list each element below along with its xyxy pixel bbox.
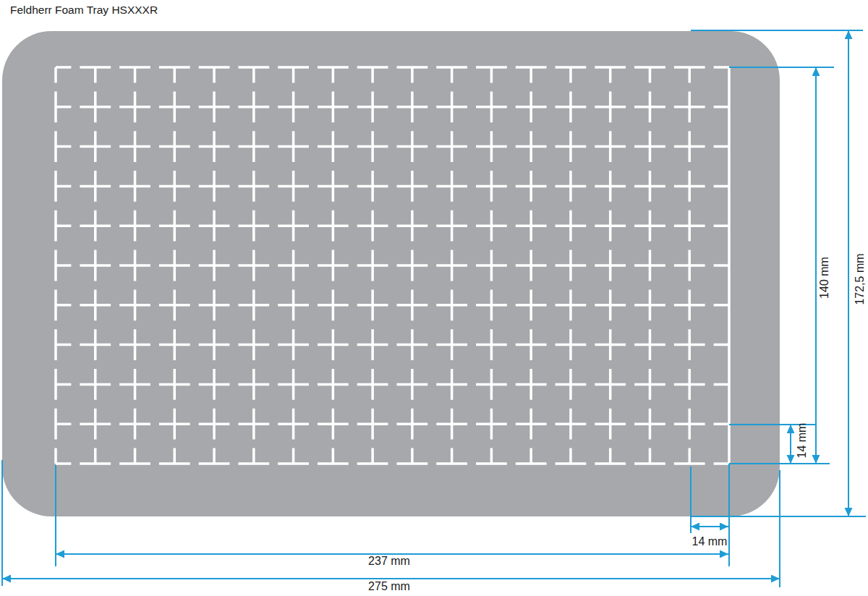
dimension-label-total-width: 275 mm: [368, 581, 410, 592]
dimension-label-grid-height: 140 mm: [819, 257, 830, 299]
foam-tray-body: [2, 31, 780, 516]
dimension-label-grid-width: 237 mm: [368, 555, 410, 567]
dimension-label-total-height: 172,5 mm: [854, 253, 866, 305]
drawing-canvas: Feldherr Foam Tray HSXXXR 237 mm 275 mm …: [0, 0, 868, 596]
drawing-title: Feldherr Foam Tray HSXXXR: [10, 4, 158, 17]
foam-tray-diagram: [0, 0, 868, 596]
dimension-label-cell-height: 14 mm: [796, 423, 808, 459]
dimension-label-cell-width: 14 mm: [692, 536, 728, 548]
